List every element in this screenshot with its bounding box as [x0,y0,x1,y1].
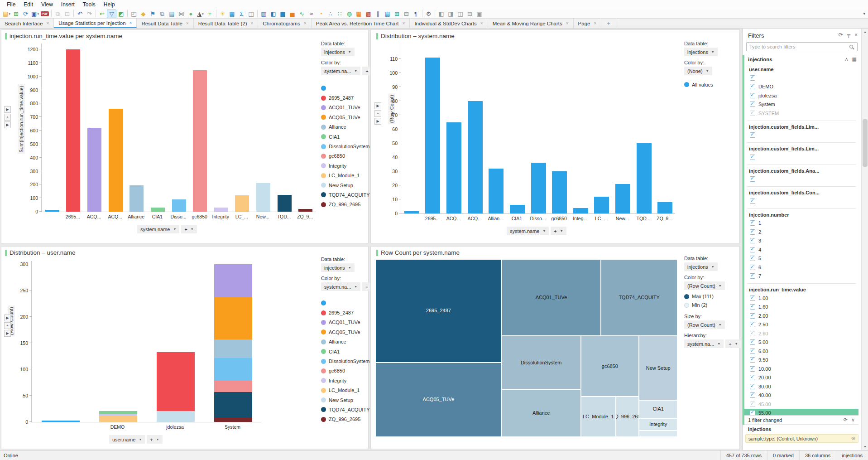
bar-TQD74_ACQUITY[interactable] [278,195,292,212]
checkbox-icon[interactable] [750,392,755,398]
kpi-chart-button[interactable]: ◧ [269,10,278,18]
legend-item-CIA1[interactable]: CIA1 [321,347,369,356]
chevron-down-icon[interactable]: ∨ [851,417,855,423]
x-axis-tick-label[interactable]: ACQ... [464,216,485,221]
x-axis-tick-label[interactable]: LC_... [591,216,612,221]
filters-reset-icon[interactable]: ⟳ [839,32,843,38]
legend-item-ACQ01_TUVe[interactable]: ACQ01_TUVe [321,318,369,327]
data-table-dropdown[interactable]: injections▼ [321,48,355,56]
bar-2695_2487[interactable] [425,58,440,213]
pie-chart-button[interactable]: ◔ [316,10,326,18]
filter-checkbox-item[interactable]: 1.60 [744,303,858,312]
checkbox-icon[interactable] [750,331,755,336]
duplicate-visualization-button[interactable]: ⧉ [158,10,167,18]
legend-item-ZQ_996_2695[interactable]: ZQ_996_2695 [321,415,369,424]
filter-checkbox-item[interactable]: 2.50 [744,320,858,329]
document-properties-button[interactable]: ⚙ [424,10,433,18]
checkbox-icon[interactable] [750,111,755,116]
checkbox-icon[interactable] [750,132,755,138]
tags-button[interactable]: ◆ [139,10,148,18]
layout-rows-button[interactable]: ⊟ [465,10,475,18]
axis-add-icon[interactable]: + [4,114,11,121]
treemap-cell-DissolutionSystem[interactable]: DissolutionSystem [502,336,581,389]
treemap-cell-New Setup[interactable]: New Setup [639,336,677,400]
treemap-cell-TQD74_ACQUITY[interactable]: TQD74_ACQUITY [601,259,677,336]
x-axis-tick-label[interactable]: Integrity [210,214,231,219]
map-chart-button[interactable]: ◍ [345,10,354,18]
filter-checkbox-item[interactable] [744,73,858,82]
menu-edit[interactable]: Edit [19,0,37,9]
filter-checkbox-item[interactable]: 1 [744,219,858,228]
menu-file[interactable]: File [3,0,19,9]
bar-New Setup[interactable] [256,183,270,212]
x-axis-tick-label[interactable]: ZQ_9... [654,216,675,221]
new-page-tab[interactable]: + [601,19,616,28]
bar-empty[interactable] [404,211,419,213]
checkbox-icon[interactable] [750,256,755,261]
checkbox-icon[interactable] [750,155,755,160]
x-axis-tick-label[interactable]: gc6850 [548,216,570,221]
tab-usage-statistics-per-injection[interactable]: Usage Statistics per Injection× [54,19,137,28]
graphical-table-button[interactable]: ▥ [259,10,269,18]
remove-filter-icon[interactable]: ⊗ [851,436,855,441]
bar-LC_Module_1[interactable] [235,195,249,212]
legend-item-CIA1[interactable]: CIA1 [321,132,369,141]
filter-checkbox-item[interactable]: 30.00 [744,382,858,391]
segment-ACQ01_TUVe[interactable] [214,264,252,297]
filter-checkbox-item[interactable]: 10.00 [744,364,858,373]
filter-checkbox-item[interactable]: 4 [744,245,858,254]
changed-filter-chip[interactable]: sample.type: (Control, Unknown) ⊗ [745,434,858,443]
segment-ACQ05_TUVe[interactable] [214,297,252,339]
menu-help[interactable]: Help [100,0,119,9]
size-by-dropdown[interactable]: (Row Count)▼ [684,320,725,329]
axis-expand-icon[interactable]: ▶ [374,118,381,125]
checkbox-icon[interactable] [750,229,755,235]
x-axis-tick-label[interactable]: DEMO [89,424,146,430]
x-axis-tick-label[interactable]: TQD... [273,214,295,219]
x-axis-tick-label[interactable]: Disso... [528,216,549,221]
menu-insert[interactable]: Insert [57,0,79,9]
filter-search-input[interactable]: Type to search filters [746,42,858,51]
filter-checkbox-item[interactable]: 2.00 [744,311,858,320]
bar-ACQ05_TUVe[interactable] [109,109,123,212]
filter-checkbox-item[interactable]: System [744,100,858,109]
scrollbar-thumb[interactable] [863,119,868,167]
cross-table-button[interactable]: ⊞ [392,10,402,18]
bar-gc6850[interactable] [193,70,207,212]
legend-item-empty[interactable] [321,83,369,93]
legend-item-TQD74_ACQUITY[interactable]: TQD74_ACQUITY [321,405,369,414]
tab-close-icon[interactable]: × [251,21,254,26]
x-axis-tick-label[interactable]: ACQ... [105,214,126,219]
color-by-dropdown[interactable]: system.na...▼ [321,67,360,75]
toolbar-overflow-icon[interactable]: ▾ [863,11,865,16]
bar-ZQ_996_2695[interactable] [298,209,312,212]
filter-checkbox-item[interactable] [744,131,858,140]
x-axis-tick-label[interactable]: Allian... [485,216,506,221]
parallel-coordinate-button[interactable]: ∥ [373,10,383,18]
scatter-plot-button[interactable]: ∴ [326,10,335,18]
x-axis-tick-label[interactable]: Alliance [125,214,147,219]
checkbox-icon[interactable] [750,238,755,243]
x-axis-tick-label[interactable]: gc6850 [189,214,210,219]
treemap-cell-gc6850[interactable]: gc6850 [581,336,639,397]
save-button[interactable]: ▣▾ [30,10,40,18]
x-axis-tick-label[interactable]: ACQ... [83,214,105,219]
bar-ACQ01_TUVe[interactable] [87,128,101,212]
menu-view[interactable]: View [37,0,57,9]
combo-chart-button[interactable]: ≈ [307,10,316,18]
x-axis-dropdown[interactable]: system.name▼ [507,227,549,235]
x-axis-tick-label[interactable]: LC_... [231,214,253,219]
x-axis-tick-label[interactable]: 2695... [62,214,84,219]
marking-button[interactable]: ◩ [116,10,126,18]
legend-item[interactable]: All values [684,80,713,89]
x-axis-add-dropdown[interactable]: +▼ [551,227,566,235]
checkbox-icon[interactable] [750,273,755,279]
treemap-button[interactable]: ▦ [354,10,364,18]
checkbox-icon[interactable] [750,375,755,380]
segment-gc6850[interactable] [214,380,252,392]
treemap-cell-LC_Module_1[interactable]: LC_Module_1 [581,397,616,437]
x-axis-tick-label[interactable]: ZQ_9... [294,214,316,219]
color-by-dropdown[interactable]: system.na...▼ [321,282,360,291]
x-axis-tick-label[interactable]: Integ... [570,216,591,221]
bar-empty[interactable] [45,210,59,212]
